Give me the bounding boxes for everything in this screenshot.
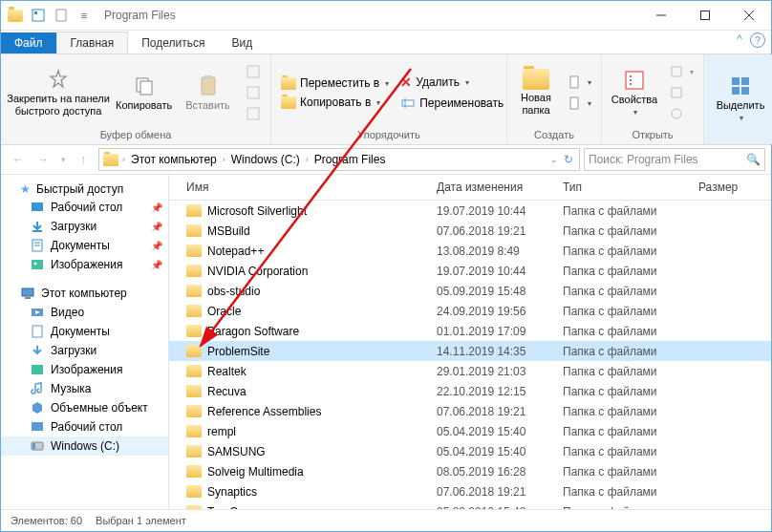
- svg-rect-41: [32, 422, 43, 431]
- sidebar-pc-item[interactable]: Видео: [1, 303, 168, 322]
- sidebar-quick-item[interactable]: Загрузки📌: [1, 217, 168, 236]
- sidebar-quick-item[interactable]: Документы📌: [1, 236, 168, 255]
- open-small-1[interactable]: ▾: [665, 62, 697, 81]
- svg-rect-4: [701, 11, 710, 20]
- move-to-button[interactable]: Переместить в▾: [277, 74, 393, 92]
- minimize-button[interactable]: [639, 1, 683, 30]
- sidebar-quick-item[interactable]: Рабочий стол📌: [1, 198, 168, 217]
- rename-button[interactable]: Переименовать: [397, 94, 507, 113]
- sidebar-pc-item[interactable]: Объемные объект: [1, 398, 168, 417]
- breadcrumb-seg-1[interactable]: Windows (C:): [227, 153, 304, 166]
- select-button[interactable]: Выделить▾: [710, 65, 771, 132]
- table-row[interactable]: Synaptics07.06.2018 19:21Папка с файлами: [169, 481, 771, 501]
- svg-rect-17: [570, 97, 578, 109]
- breadcrumb-dropdown-icon[interactable]: ⌄: [550, 155, 558, 164]
- svg-rect-9: [202, 77, 215, 95]
- ribbon: Закрепить на панели быстрого доступа Коп…: [1, 53, 771, 145]
- qat-folder-icon[interactable]: [5, 5, 26, 26]
- svg-rect-27: [732, 87, 740, 95]
- col-date[interactable]: Дата изменения: [431, 181, 557, 194]
- paste-button[interactable]: Вставить: [178, 59, 238, 126]
- column-headers[interactable]: Имя Дата изменения Тип Размер: [169, 175, 771, 201]
- table-row[interactable]: Paragon Software01.01.2019 17:09Папка с …: [169, 321, 771, 341]
- new-shortcut-small[interactable]: ▾: [563, 94, 595, 113]
- status-selected: Выбран 1 элемент: [96, 515, 186, 526]
- qat-new-icon[interactable]: [51, 5, 72, 26]
- open-small-2[interactable]: [665, 83, 697, 102]
- copy-to-button[interactable]: Копировать в▾: [277, 94, 393, 111]
- table-row[interactable]: Solveig Multimedia08.05.2019 16:28Папка …: [169, 461, 771, 481]
- breadcrumb-seg-0[interactable]: Этот компьютер: [127, 153, 221, 166]
- copy-button[interactable]: Копировать: [114, 59, 174, 126]
- svg-rect-10: [204, 75, 212, 79]
- table-row[interactable]: Recuva22.10.2019 12:15Папка с файлами: [169, 381, 771, 401]
- sidebar-pc-item[interactable]: Windows (C:): [1, 436, 168, 456]
- qat-properties-icon[interactable]: [28, 5, 49, 26]
- svg-rect-11: [247, 66, 259, 77]
- maximize-button[interactable]: [683, 1, 727, 30]
- svg-rect-2: [56, 10, 66, 21]
- table-row[interactable]: Realtek29.01.2019 21:03Папка с файлами: [169, 361, 771, 381]
- tab-home[interactable]: Главная: [56, 32, 129, 53]
- svg-rect-34: [32, 260, 43, 269]
- sidebar-pc-item[interactable]: Рабочий стол: [1, 417, 168, 436]
- organize-group-label: Упорядочить: [277, 129, 501, 142]
- search-input[interactable]: Поиск: Program Files 🔍: [584, 148, 765, 171]
- sidebar-pc-item[interactable]: Документы: [1, 322, 168, 341]
- sidebar-pc-item[interactable]: Музыка: [1, 379, 168, 398]
- pin-quickaccess-button[interactable]: Закрепить на панели быстрого доступа: [7, 59, 110, 126]
- table-row[interactable]: obs-studio05.09.2019 15:48Папка с файлам…: [169, 281, 771, 301]
- col-type[interactable]: Тип: [557, 181, 693, 194]
- table-row[interactable]: MSBuild07.06.2018 19:21Папка с файлами: [169, 221, 771, 241]
- table-row[interactable]: Microsoft Silverlight19.07.2019 10:44Пап…: [169, 201, 771, 221]
- help-icon[interactable]: ?: [750, 32, 765, 48]
- table-row[interactable]: SAMSUNG05.04.2019 15:40Папка с файлами: [169, 441, 771, 461]
- file-list[interactable]: Microsoft Silverlight19.07.2019 10:44Пап…: [169, 201, 771, 509]
- sidebar-quick-item[interactable]: Изображения📌: [1, 255, 168, 274]
- breadcrumb-seg-2[interactable]: Program Files: [311, 153, 390, 166]
- col-size[interactable]: Размер: [693, 181, 771, 194]
- new-folder-button[interactable]: Новая папка: [513, 59, 559, 126]
- nav-up-button[interactable]: ↑: [72, 148, 95, 171]
- col-name[interactable]: Имя: [169, 181, 431, 194]
- svg-rect-18: [626, 72, 643, 89]
- tab-share[interactable]: Поделиться: [128, 32, 218, 53]
- nav-recent-button[interactable]: ▾: [56, 148, 70, 171]
- svg-point-21: [630, 83, 632, 85]
- delete-button[interactable]: ✕Удалить▾: [397, 73, 507, 92]
- titlebar: ≡ Program Files: [1, 1, 771, 31]
- svg-rect-0: [32, 10, 44, 21]
- nav-back-button[interactable]: ←: [7, 148, 30, 171]
- sidebar-pc-item[interactable]: Загрузки: [1, 341, 168, 360]
- svg-rect-43: [32, 443, 35, 449]
- nav-forward-button[interactable]: →: [32, 148, 54, 171]
- clipboard-small-2[interactable]: [242, 83, 265, 102]
- refresh-icon[interactable]: ↻: [564, 153, 573, 166]
- status-bar: Элементов: 60 Выбран 1 элемент: [1, 509, 771, 531]
- clipboard-small-3[interactable]: [242, 104, 265, 123]
- close-button[interactable]: [727, 1, 771, 30]
- table-row[interactable]: Oracle24.09.2019 19:56Папка с файлами: [169, 301, 771, 321]
- table-row[interactable]: ProblemSite14.11.2019 14:35Папка с файла…: [169, 341, 771, 361]
- sidebar-pc-item[interactable]: Изображения: [1, 360, 168, 379]
- sidebar-quick-access[interactable]: ★Быстрый доступ: [1, 181, 168, 198]
- breadcrumb[interactable]: › Этот компьютер› Windows (C:)› Program …: [98, 148, 580, 171]
- new-item-small[interactable]: ▾: [563, 73, 595, 92]
- table-row[interactable]: Reference Assemblies07.06.2018 19:21Папк…: [169, 401, 771, 421]
- sidebar-this-pc[interactable]: Этот компьютер: [1, 284, 168, 303]
- svg-rect-26: [741, 77, 749, 85]
- table-row[interactable]: NVIDIA Corporation19.07.2019 10:44Папка …: [169, 261, 771, 281]
- qat-dropdown-icon[interactable]: ≡: [74, 5, 95, 26]
- properties-button[interactable]: Свойства▾: [608, 59, 661, 126]
- table-row[interactable]: rempl05.04.2019 15:40Папка с файлами: [169, 421, 771, 441]
- clipboard-small-1[interactable]: [242, 62, 265, 81]
- tab-file[interactable]: Файл: [1, 32, 56, 53]
- tab-view[interactable]: Вид: [218, 32, 266, 53]
- open-small-3[interactable]: [665, 104, 697, 123]
- svg-rect-13: [247, 108, 259, 119]
- ribbon-collapse-icon[interactable]: ^: [737, 32, 742, 48]
- table-row[interactable]: TeraCopy25.02.2019 15:48Папка с файлами: [169, 501, 771, 509]
- svg-rect-29: [32, 202, 43, 211]
- svg-point-20: [630, 79, 632, 81]
- table-row[interactable]: Notepad++13.08.2019 8:49Папка с файлами: [169, 241, 771, 261]
